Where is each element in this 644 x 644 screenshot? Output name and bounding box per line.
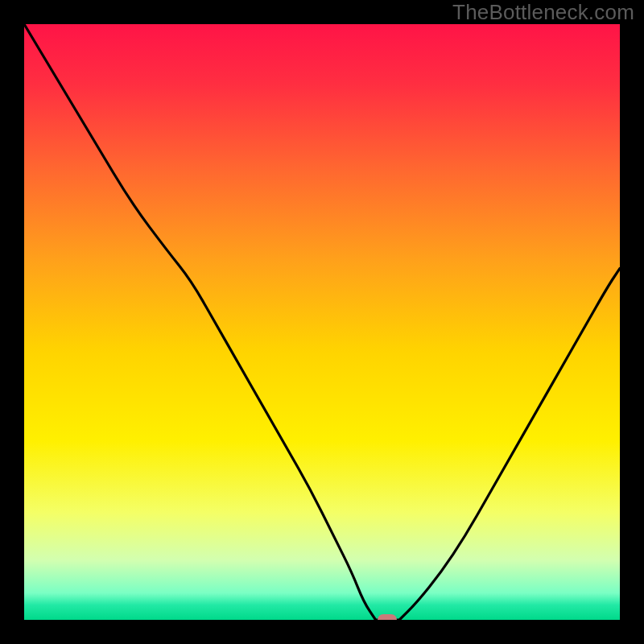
plot-area <box>24 24 620 620</box>
chart-frame: TheBottleneck.com <box>0 0 644 644</box>
watermark-text: TheBottleneck.com <box>452 0 634 25</box>
balance-marker <box>378 614 397 620</box>
curve-path <box>24 24 620 620</box>
bottleneck-curve <box>24 24 620 620</box>
